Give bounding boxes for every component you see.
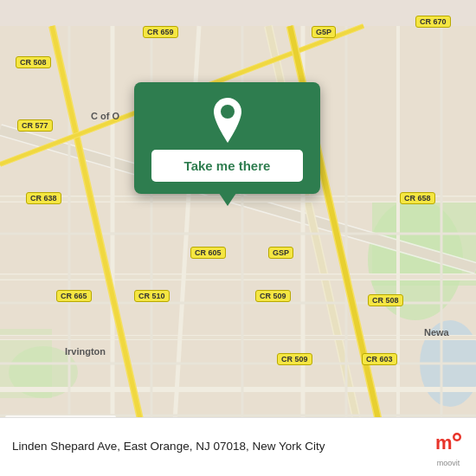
badge-cr658: CR 658 (400, 192, 435, 204)
badge-cr603: CR 603 (362, 353, 397, 365)
badge-cr605: CR 605 (190, 247, 226, 259)
badge-cr510: CR 510 (134, 290, 170, 302)
take-me-there-button[interactable]: Take me there (151, 150, 303, 182)
badge-cr665: CR 665 (56, 290, 92, 302)
badge-cr659: CR 659 (143, 26, 178, 38)
location-pin-icon (209, 98, 247, 143)
badge-cr509-l: CR 509 (255, 290, 291, 302)
moovit-label: moovit (437, 459, 460, 467)
badge-gsp-mid: GSP (268, 247, 293, 259)
badge-gsp-top: G5P (312, 26, 336, 38)
moovit-logo: m moovit (433, 427, 464, 467)
svg-point-40 (455, 435, 460, 440)
city-label-newark: Newa (424, 327, 449, 338)
city-label-irvington: Irvington (65, 346, 106, 357)
road-badges-layer: CR 659 CR 670 CR 508 CR 577 CR 638 CR 65… (0, 0, 476, 476)
map-container: CR 659 CR 670 CR 508 CR 577 CR 638 CR 65… (0, 0, 476, 476)
badge-cr508-tl: CR 508 (16, 56, 51, 68)
badge-cr508-br: CR 508 (368, 294, 403, 306)
bottom-bar: Linden Shepard Ave, East Orange, NJ 0701… (0, 417, 476, 476)
badge-cr638: CR 638 (26, 192, 61, 204)
badge-cr670: CR 670 (415, 16, 451, 28)
address-text: Linden Shepard Ave, East Orange, NJ 0701… (12, 439, 424, 454)
svg-point-36 (221, 105, 235, 119)
badge-cr577: CR 577 (17, 119, 53, 132)
badge-cr509-b: CR 509 (277, 353, 312, 365)
popup-card: Take me there (134, 82, 320, 194)
moovit-icon-svg: m (433, 427, 464, 458)
svg-text:m: m (435, 432, 453, 453)
city-label-orange: C of O (91, 111, 119, 121)
